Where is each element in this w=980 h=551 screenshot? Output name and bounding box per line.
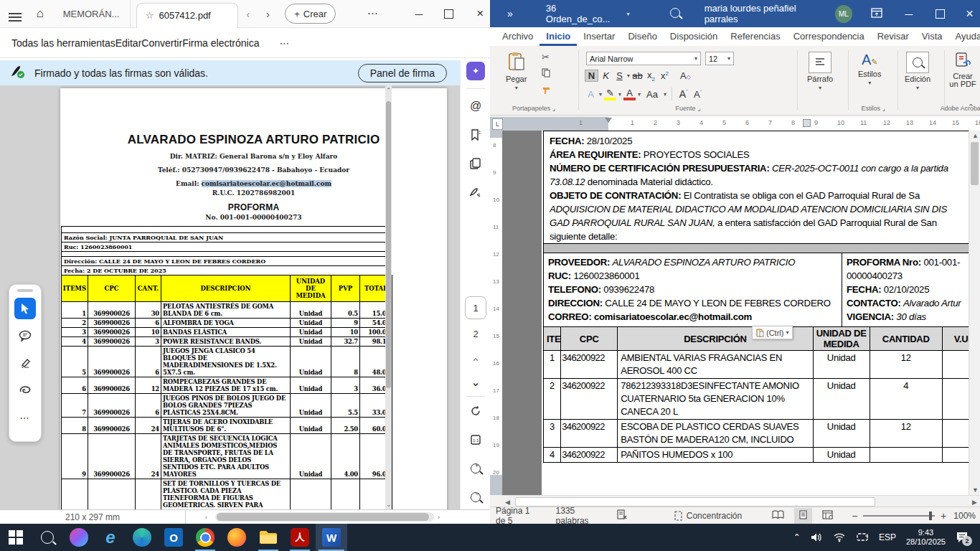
print-layout-icon[interactable] xyxy=(794,508,812,524)
star-icon[interactable]: ☆ xyxy=(146,10,154,21)
word-scroll-left-icon[interactable]: ◀ xyxy=(505,499,510,506)
italic-button[interactable]: K xyxy=(600,70,612,81)
font-size-select[interactable]: 12▾ xyxy=(705,52,734,65)
wifi-icon[interactable] xyxy=(833,532,846,542)
internet-explorer-icon[interactable]: e xyxy=(95,524,126,551)
next-tab-icon[interactable]: › xyxy=(258,3,278,24)
grow-font-button[interactable]: Aˆ xyxy=(677,88,689,100)
search-icon[interactable] xyxy=(670,8,680,20)
lasso-tool-icon[interactable] xyxy=(14,380,36,401)
more-options-icon[interactable]: ⋯ xyxy=(363,3,383,24)
page-up-icon[interactable]: ⌃ xyxy=(466,353,485,372)
paste-options-button[interactable]: (Ctrl) ▾ xyxy=(752,326,793,339)
tray-expand-icon[interactable]: ⌃ xyxy=(793,532,801,542)
pdf-hscroll-left-icon[interactable]: ‹ xyxy=(205,514,207,521)
indent-marker[interactable] xyxy=(605,118,612,126)
bookmarks-icon[interactable] xyxy=(466,126,485,144)
language-indicator[interactable]: ESP xyxy=(879,532,896,542)
zoom-slider[interactable] xyxy=(863,515,935,517)
page-down-icon[interactable]: ⌄ xyxy=(466,372,485,391)
fit-page-icon[interactable]: 1:1 xyxy=(466,430,485,449)
palette-drag-handle[interactable] xyxy=(17,289,33,292)
collapse-ribbon-icon[interactable]: ⌃ xyxy=(968,103,974,112)
bold-button[interactable]: N xyxy=(585,70,598,82)
create-pdf-button[interactable]: Crear un PDF xyxy=(947,52,979,88)
ribbon-tab[interactable]: Referencias xyxy=(724,28,786,46)
cut-icon[interactable]: ✂ xyxy=(542,52,551,62)
ribbon-tab[interactable]: Diseño xyxy=(621,28,663,46)
vertical-ruler[interactable]: 891011121314151617181920 xyxy=(490,131,502,495)
select-tool-icon[interactable] xyxy=(14,298,36,319)
copilot-icon[interactable] xyxy=(63,524,95,551)
file-explorer-icon[interactable] xyxy=(253,524,284,551)
zoom-level[interactable]: 100% xyxy=(953,511,976,521)
ribbon-tab[interactable]: Disposición xyxy=(664,28,724,46)
menu-more-icon[interactable]: ⋯ xyxy=(280,37,291,49)
taskbar-search-icon[interactable] xyxy=(32,524,63,551)
acrobat-menu-item[interactable]: Convertir xyxy=(141,37,182,49)
volume-icon[interactable] xyxy=(811,532,823,542)
fill-sign-icon[interactable] xyxy=(466,183,485,202)
edge-icon[interactable] xyxy=(126,524,158,551)
font-name-select[interactable]: Arial Narrow▾ xyxy=(586,52,701,65)
acrobat-taskbar-icon[interactable]: 人 xyxy=(284,524,316,551)
taskbar-clock[interactable]: 9:43 28/10/2025 xyxy=(906,528,946,547)
rotate-page-icon[interactable] xyxy=(466,402,485,420)
prev-tab-icon[interactable]: ‹ xyxy=(238,3,258,24)
ribbon-tab[interactable]: Ayuda xyxy=(948,28,980,46)
format-painter-icon[interactable] xyxy=(542,85,551,98)
acrobat-menu-item[interactable]: Todas las herramientas xyxy=(11,37,116,49)
web-layout-icon[interactable] xyxy=(822,510,833,522)
change-case-button[interactable]: Aa xyxy=(643,89,661,100)
current-page-indicator[interactable]: 1 xyxy=(465,296,486,319)
ribbon-tab[interactable]: Revisar xyxy=(871,28,915,46)
clear-format-button[interactable]: A◇ xyxy=(679,70,692,81)
proofing-icon[interactable] xyxy=(617,509,628,522)
document-title-dropdown[interactable]: 36 Orden_de_co... ▾ xyxy=(546,3,630,24)
crear-button[interactable]: + Crear xyxy=(285,4,336,24)
word-page[interactable]: FECHA: 28/10/2025ÁREA REQUIRENTE: PROYEC… xyxy=(542,131,969,495)
table-column-marker[interactable] xyxy=(803,119,811,127)
acrobat-menu-item[interactable]: Firma electrónica xyxy=(182,37,259,49)
shrink-font-button[interactable]: Aˇ xyxy=(692,89,704,100)
underline-dd-icon[interactable]: ▾ xyxy=(627,72,630,79)
ribbon-tab[interactable]: Correspondencia xyxy=(787,28,871,46)
paragraph-button[interactable]: Párrafo ▾ xyxy=(807,52,833,91)
tab-memorandum[interactable]: MEMORÁN... xyxy=(55,0,131,27)
palette-more-icon[interactable]: ⋯ xyxy=(14,407,36,428)
acrobat-close-button[interactable]: × xyxy=(470,3,490,24)
zoom-out-button[interactable]: − xyxy=(852,510,857,522)
home-icon[interactable]: ⌂ xyxy=(30,3,50,24)
word-scroll-up-icon[interactable]: ▲ xyxy=(972,132,979,139)
text-effects-button[interactable]: A xyxy=(585,89,597,100)
hamburger-menu-icon[interactable] xyxy=(0,13,30,14)
pdf-scroll-up-icon[interactable]: ⌃ xyxy=(386,87,392,94)
zoom-in-button[interactable]: + xyxy=(941,510,946,522)
editing-button[interactable]: Edición ▾ xyxy=(905,52,930,91)
acrobat-menu-item[interactable]: Editar xyxy=(116,37,142,49)
page-thumbnails-icon[interactable] xyxy=(466,154,485,173)
word-minimize-button[interactable]: ─ xyxy=(898,3,919,24)
styles-button[interactable]: A✎ Estilos ▾ xyxy=(858,52,881,86)
strikethrough-button[interactable]: ab xyxy=(631,70,644,81)
pdf-vertical-scrollbar[interactable]: ⌃ ⌄ xyxy=(385,85,392,509)
acrobat-minimize-button[interactable]: ─ xyxy=(409,3,429,24)
ribbon-tab[interactable]: Archivo xyxy=(496,28,540,46)
superscript-button[interactable]: x2 xyxy=(659,70,671,81)
comment-tool-icon[interactable] xyxy=(14,325,36,347)
pdf-horizontal-scrollbar[interactable] xyxy=(215,512,434,522)
word-taskbar-icon[interactable]: W xyxy=(316,524,347,551)
zoom-out-icon[interactable]: − xyxy=(466,488,485,507)
tab-active-pdf[interactable]: ☆ 6057412.pdf xyxy=(136,3,238,28)
panel-de-firma-button[interactable]: Panel de firma xyxy=(358,64,447,83)
start-button[interactable] xyxy=(0,524,32,551)
word-scroll-down-icon[interactable]: ▼ xyxy=(972,486,979,494)
highlight-pen-tool-icon[interactable] xyxy=(14,352,36,374)
notification-center-icon[interactable]: 2 xyxy=(956,532,969,543)
word-scroll-right-icon[interactable]: ▶ xyxy=(972,499,977,506)
subscript-button[interactable]: x2 xyxy=(645,70,657,83)
focus-mode-button[interactable]: Concentración xyxy=(674,511,742,521)
tab-selector[interactable]: L xyxy=(492,118,503,130)
zoom-in-icon[interactable]: + xyxy=(466,459,485,478)
pdf-hscroll-right-icon[interactable]: › xyxy=(438,514,440,521)
